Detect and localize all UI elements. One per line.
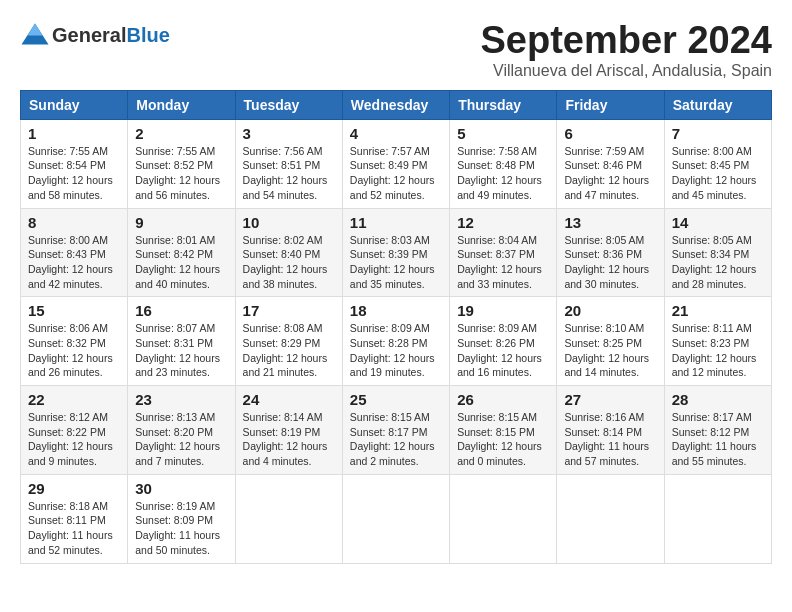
calendar-day-cell: 27Sunrise: 8:16 AMSunset: 8:14 PMDayligh… [557,386,664,475]
day-info: Sunrise: 8:02 AMSunset: 8:40 PMDaylight:… [243,233,335,292]
day-number: 27 [564,391,656,408]
empty-cell [664,474,771,563]
calendar-week-row-2: 8Sunrise: 8:00 AMSunset: 8:43 PMDaylight… [21,208,772,297]
calendar-week-row-3: 15Sunrise: 8:06 AMSunset: 8:32 PMDayligh… [21,297,772,386]
calendar-weekday-thursday: Thursday [450,90,557,119]
day-info: Sunrise: 8:18 AMSunset: 8:11 PMDaylight:… [28,499,120,558]
calendar-table: SundayMondayTuesdayWednesdayThursdayFrid… [20,90,772,564]
calendar-day-cell: 4Sunrise: 7:57 AMSunset: 8:49 PMDaylight… [342,119,449,208]
day-info: Sunrise: 7:58 AMSunset: 8:48 PMDaylight:… [457,144,549,203]
day-info: Sunrise: 8:03 AMSunset: 8:39 PMDaylight:… [350,233,442,292]
day-info: Sunrise: 8:01 AMSunset: 8:42 PMDaylight:… [135,233,227,292]
calendar-day-cell: 29Sunrise: 8:18 AMSunset: 8:11 PMDayligh… [21,474,128,563]
day-info: Sunrise: 8:05 AMSunset: 8:36 PMDaylight:… [564,233,656,292]
calendar-header-row: SundayMondayTuesdayWednesdayThursdayFrid… [21,90,772,119]
calendar-day-cell: 6Sunrise: 7:59 AMSunset: 8:46 PMDaylight… [557,119,664,208]
calendar-day-cell: 10Sunrise: 8:02 AMSunset: 8:40 PMDayligh… [235,208,342,297]
day-number: 18 [350,302,442,319]
calendar-day-cell: 26Sunrise: 8:15 AMSunset: 8:15 PMDayligh… [450,386,557,475]
calendar-weekday-tuesday: Tuesday [235,90,342,119]
day-number: 6 [564,125,656,142]
calendar-day-cell: 15Sunrise: 8:06 AMSunset: 8:32 PMDayligh… [21,297,128,386]
day-number: 23 [135,391,227,408]
calendar-week-row-5: 29Sunrise: 8:18 AMSunset: 8:11 PMDayligh… [21,474,772,563]
day-number: 14 [672,214,764,231]
calendar-day-cell: 11Sunrise: 8:03 AMSunset: 8:39 PMDayligh… [342,208,449,297]
generalblue-logo-icon [20,20,50,50]
day-number: 2 [135,125,227,142]
calendar-day-cell: 14Sunrise: 8:05 AMSunset: 8:34 PMDayligh… [664,208,771,297]
calendar-day-cell: 28Sunrise: 8:17 AMSunset: 8:12 PMDayligh… [664,386,771,475]
calendar-day-cell: 7Sunrise: 8:00 AMSunset: 8:45 PMDaylight… [664,119,771,208]
day-number: 29 [28,480,120,497]
calendar-day-cell: 16Sunrise: 8:07 AMSunset: 8:31 PMDayligh… [128,297,235,386]
calendar-day-cell: 2Sunrise: 7:55 AMSunset: 8:52 PMDaylight… [128,119,235,208]
calendar-weekday-saturday: Saturday [664,90,771,119]
day-info: Sunrise: 8:04 AMSunset: 8:37 PMDaylight:… [457,233,549,292]
day-number: 3 [243,125,335,142]
day-info: Sunrise: 8:11 AMSunset: 8:23 PMDaylight:… [672,321,764,380]
calendar-day-cell: 23Sunrise: 8:13 AMSunset: 8:20 PMDayligh… [128,386,235,475]
day-number: 28 [672,391,764,408]
day-info: Sunrise: 8:07 AMSunset: 8:31 PMDaylight:… [135,321,227,380]
calendar-day-cell: 18Sunrise: 8:09 AMSunset: 8:28 PMDayligh… [342,297,449,386]
calendar-day-cell: 19Sunrise: 8:09 AMSunset: 8:26 PMDayligh… [450,297,557,386]
day-info: Sunrise: 7:56 AMSunset: 8:51 PMDaylight:… [243,144,335,203]
day-info: Sunrise: 8:15 AMSunset: 8:17 PMDaylight:… [350,410,442,469]
calendar-week-row-1: 1Sunrise: 7:55 AMSunset: 8:54 PMDaylight… [21,119,772,208]
day-number: 17 [243,302,335,319]
calendar-day-cell: 8Sunrise: 8:00 AMSunset: 8:43 PMDaylight… [21,208,128,297]
day-info: Sunrise: 7:55 AMSunset: 8:52 PMDaylight:… [135,144,227,203]
calendar-day-cell: 25Sunrise: 8:15 AMSunset: 8:17 PMDayligh… [342,386,449,475]
day-number: 22 [28,391,120,408]
calendar-day-cell: 1Sunrise: 7:55 AMSunset: 8:54 PMDaylight… [21,119,128,208]
day-info: Sunrise: 7:59 AMSunset: 8:46 PMDaylight:… [564,144,656,203]
day-info: Sunrise: 8:13 AMSunset: 8:20 PMDaylight:… [135,410,227,469]
calendar-day-cell: 5Sunrise: 7:58 AMSunset: 8:48 PMDaylight… [450,119,557,208]
logo-blue-text: Blue [126,24,169,47]
empty-cell [235,474,342,563]
day-number: 13 [564,214,656,231]
day-number: 24 [243,391,335,408]
day-number: 16 [135,302,227,319]
calendar-weekday-sunday: Sunday [21,90,128,119]
day-info: Sunrise: 7:55 AMSunset: 8:54 PMDaylight:… [28,144,120,203]
day-number: 15 [28,302,120,319]
empty-cell [450,474,557,563]
calendar-week-row-4: 22Sunrise: 8:12 AMSunset: 8:22 PMDayligh… [21,386,772,475]
day-number: 11 [350,214,442,231]
calendar-day-cell: 30Sunrise: 8:19 AMSunset: 8:09 PMDayligh… [128,474,235,563]
calendar-day-cell: 24Sunrise: 8:14 AMSunset: 8:19 PMDayligh… [235,386,342,475]
day-info: Sunrise: 8:12 AMSunset: 8:22 PMDaylight:… [28,410,120,469]
calendar-day-cell: 13Sunrise: 8:05 AMSunset: 8:36 PMDayligh… [557,208,664,297]
day-info: Sunrise: 8:00 AMSunset: 8:43 PMDaylight:… [28,233,120,292]
day-info: Sunrise: 8:05 AMSunset: 8:34 PMDaylight:… [672,233,764,292]
empty-cell [342,474,449,563]
day-info: Sunrise: 8:19 AMSunset: 8:09 PMDaylight:… [135,499,227,558]
day-info: Sunrise: 8:14 AMSunset: 8:19 PMDaylight:… [243,410,335,469]
logo: GeneralBlue [20,20,170,50]
day-number: 7 [672,125,764,142]
calendar-day-cell: 17Sunrise: 8:08 AMSunset: 8:29 PMDayligh… [235,297,342,386]
day-number: 12 [457,214,549,231]
calendar-day-cell: 3Sunrise: 7:56 AMSunset: 8:51 PMDaylight… [235,119,342,208]
day-info: Sunrise: 8:15 AMSunset: 8:15 PMDaylight:… [457,410,549,469]
day-info: Sunrise: 8:06 AMSunset: 8:32 PMDaylight:… [28,321,120,380]
day-number: 20 [564,302,656,319]
day-info: Sunrise: 8:00 AMSunset: 8:45 PMDaylight:… [672,144,764,203]
calendar-day-cell: 9Sunrise: 8:01 AMSunset: 8:42 PMDaylight… [128,208,235,297]
logo-general-text: General [52,24,126,47]
day-info: Sunrise: 8:10 AMSunset: 8:25 PMDaylight:… [564,321,656,380]
calendar-weekday-monday: Monday [128,90,235,119]
calendar-day-cell: 12Sunrise: 8:04 AMSunset: 8:37 PMDayligh… [450,208,557,297]
day-info: Sunrise: 8:17 AMSunset: 8:12 PMDaylight:… [672,410,764,469]
calendar-weekday-wednesday: Wednesday [342,90,449,119]
day-info: Sunrise: 7:57 AMSunset: 8:49 PMDaylight:… [350,144,442,203]
day-number: 26 [457,391,549,408]
calendar-day-cell: 21Sunrise: 8:11 AMSunset: 8:23 PMDayligh… [664,297,771,386]
day-number: 4 [350,125,442,142]
page-header: GeneralBlue September 2024 Villanueva de… [20,20,772,80]
day-info: Sunrise: 8:08 AMSunset: 8:29 PMDaylight:… [243,321,335,380]
title-section: September 2024 Villanueva del Ariscal, A… [481,20,773,80]
day-info: Sunrise: 8:09 AMSunset: 8:28 PMDaylight:… [350,321,442,380]
